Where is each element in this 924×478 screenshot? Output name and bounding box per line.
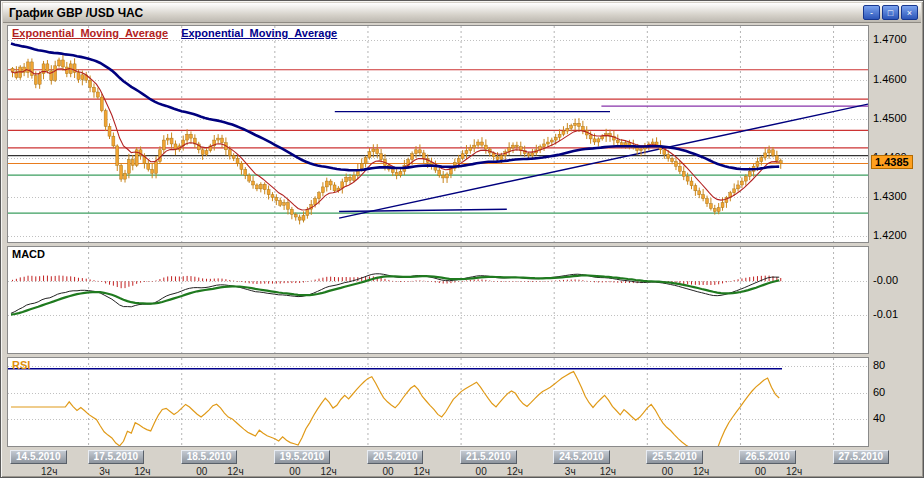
macd-panel[interactable]: MACD [7,246,869,354]
price-tick-label: 1.4200 [873,229,907,241]
time-label: 00 [476,466,487,477]
close-button[interactable]: × [901,5,918,20]
time-label: 00 [662,466,673,477]
rsi-chart-svg [8,358,868,446]
time-label: 12ч [227,466,243,477]
window-title: График GBP /USD ЧАС [9,6,143,20]
time-label: 3ч [99,466,110,477]
maximize-button[interactable]: □ [882,5,899,20]
minimize-button[interactable]: - [863,5,880,20]
current-price-badge: 1.4385 [871,155,913,169]
macd-tick-label: -0.00 [873,274,898,286]
ema-fast-legend-label[interactable]: Exponential_Moving_Average [12,27,168,39]
price-tick-label: 1.4500 [873,112,907,124]
date-label: 24.5.2010 [553,450,610,464]
rsi-tick-label: 60 [873,386,885,398]
time-label: 12ч [786,466,802,477]
time-label: 3ч [565,466,576,477]
price-axis-column: 1.47001.46001.45001.44001.43001.4200-0.0… [871,25,924,449]
time-label: 12ч [134,466,150,477]
window-titlebar[interactable]: График GBP /USD ЧАС - □ × [3,3,921,23]
date-label: 26.5.2010 [739,450,796,464]
time-label: 12ч [414,466,430,477]
price-tick-label: 1.4300 [873,190,907,202]
macd-panel-label: MACD [12,248,45,260]
time-label: 00 [289,466,300,477]
date-label: 18.5.2010 [181,450,238,464]
time-label: 12ч [41,466,57,477]
date-label: 25.5.2010 [646,450,703,464]
date-label: 27.5.2010 [833,450,890,464]
price-panel[interactable]: Exponential_Moving_Average Exponential_M… [7,25,869,243]
rsi-tick-label: 40 [873,412,885,424]
rsi-tick-label: 80 [873,359,885,371]
time-label: 12ч [320,466,336,477]
chart-window: График GBP /USD ЧАС - □ × Exponential_Mo… [0,0,924,478]
date-label: 19.5.2010 [274,450,331,464]
rsi-panel[interactable]: RSI [7,357,869,447]
window-controls: - □ × [861,5,918,20]
rsi-panel-label: RSI [12,359,30,371]
macd-chart-svg [8,247,868,353]
date-label: 17.5.2010 [88,450,145,464]
date-label: 21.5.2010 [460,450,517,464]
time-label: 00 [382,466,393,477]
date-label: 20.5.2010 [367,450,424,464]
macd-tick-label: -0.01 [873,308,898,320]
indicator-legend: Exponential_Moving_Average Exponential_M… [12,27,337,39]
time-label: 00 [196,466,207,477]
time-label: 12ч [507,466,523,477]
price-tick-label: 1.4600 [873,73,907,85]
price-chart-svg [8,26,868,242]
time-axis: 14.5.201017.5.201018.5.201019.5.201020.5… [7,449,923,477]
date-label: 14.5.2010 [10,450,67,464]
time-label: 12ч [693,466,709,477]
price-tick-label: 1.4700 [873,33,907,45]
ema-slow-legend-label[interactable]: Exponential_Moving_Average [181,27,337,39]
time-label: 00 [755,466,766,477]
time-label: 12ч [600,466,616,477]
